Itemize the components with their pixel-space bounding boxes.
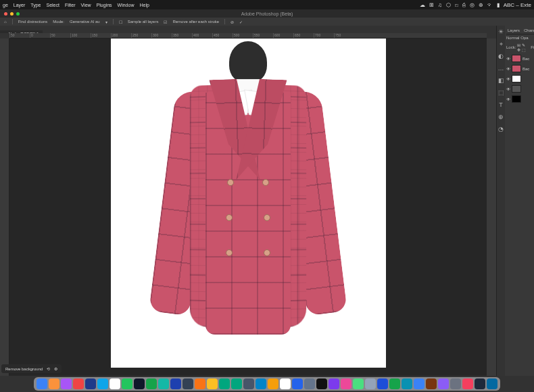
dock-app-icon[interactable] xyxy=(37,378,47,389)
tool-icon[interactable]: ⊕ xyxy=(497,114,505,122)
dock-app-icon[interactable] xyxy=(268,378,278,389)
remove-after-checkbox[interactable]: ☑ xyxy=(164,20,167,24)
visibility-icon[interactable]: 👁 xyxy=(506,57,510,61)
dock-app-icon[interactable] xyxy=(73,378,84,389)
cancel-icon[interactable]: ⊘ xyxy=(230,20,234,24)
dock-app-icon[interactable] xyxy=(402,378,412,389)
status-icon[interactable]: ◎ xyxy=(470,2,475,8)
dock-app-icon[interactable] xyxy=(353,378,364,389)
tool-icon[interactable]: ☀ xyxy=(497,28,505,36)
dock-app-icon[interactable] xyxy=(207,378,218,389)
status-icon[interactable]: ☁ xyxy=(420,2,425,8)
dock-app-icon[interactable] xyxy=(365,378,376,389)
layer-row[interactable]: 👁Bac xyxy=(506,53,534,64)
dock-app-icon[interactable] xyxy=(134,378,145,389)
status-icon[interactable]: ⎙ xyxy=(462,2,466,8)
visibility-icon[interactable]: 👁 xyxy=(506,67,510,71)
tool-icon[interactable]: ◐ xyxy=(497,53,505,61)
status-icon[interactable]: ⏍ xyxy=(455,2,458,8)
status-icon[interactable]: ▮ xyxy=(497,2,500,8)
tool-icon[interactable]: T xyxy=(497,101,505,109)
dock-app-icon[interactable] xyxy=(304,378,315,389)
home-icon[interactable]: ⌂ xyxy=(4,20,7,24)
gear-icon[interactable]: ⚙ xyxy=(54,366,57,371)
tool-icon[interactable]: ◧ xyxy=(497,77,505,85)
dock-app-icon[interactable] xyxy=(487,378,497,389)
blazer-button xyxy=(226,214,233,221)
dock-app-icon[interactable] xyxy=(243,378,254,389)
sample-all-checkbox[interactable]: ☐ xyxy=(119,20,122,24)
dock-app-icon[interactable] xyxy=(438,378,449,389)
scrollbar-vertical[interactable] xyxy=(487,39,496,376)
dock-app-icon[interactable] xyxy=(146,378,157,389)
dock-app-icon[interactable] xyxy=(389,378,400,389)
visibility-icon[interactable]: 👁 xyxy=(506,97,510,101)
close-window-icon[interactable] xyxy=(4,12,7,16)
dock-app-icon[interactable] xyxy=(183,378,193,389)
chevron-down-icon[interactable]: ▾ xyxy=(105,20,107,24)
dock-app-icon[interactable] xyxy=(256,378,266,389)
dock-app-icon[interactable] xyxy=(85,378,96,389)
menu-filter[interactable]: Filter xyxy=(65,3,76,7)
dock-app-icon[interactable] xyxy=(122,378,132,389)
menu-help[interactable]: Help xyxy=(139,3,149,7)
tool-icon[interactable]: … xyxy=(497,65,505,73)
dock-app-icon[interactable] xyxy=(61,378,72,389)
zoom-window-icon[interactable] xyxy=(16,12,20,16)
status-icon[interactable]: ⊕ xyxy=(479,2,483,8)
dock-app-icon[interactable] xyxy=(110,378,120,389)
layer-row[interactable]: 👁 xyxy=(506,74,534,84)
dock-app-icon[interactable] xyxy=(462,378,473,389)
layer-row[interactable]: 👁Bac xyxy=(506,64,534,74)
app-menu: geLayerTypeSelectFilterViewPluginsWindow… xyxy=(3,3,149,7)
dock-app-icon[interactable] xyxy=(426,378,437,389)
tool-icon[interactable]: ⬚ xyxy=(497,89,505,97)
tool-name[interactable]: Find distractions xyxy=(18,20,48,24)
dock-app-icon[interactable] xyxy=(292,378,303,389)
remove-background-bar[interactable]: Remove background ⟲ ⚙ xyxy=(1,364,62,373)
dock-app-icon[interactable] xyxy=(450,378,461,389)
status-icon[interactable]: ⬡ xyxy=(446,2,451,8)
tool-icon[interactable]: ◔ xyxy=(497,126,505,134)
dock-app-icon[interactable] xyxy=(377,378,388,389)
dock-app-icon[interactable] xyxy=(97,378,108,389)
reset-icon[interactable]: ⟲ xyxy=(47,366,50,371)
status-icon[interactable]: ⊞ xyxy=(429,2,434,8)
menu-plugins[interactable]: Plugins xyxy=(97,3,112,7)
document-canvas[interactable] xyxy=(111,39,386,368)
dock-app-icon[interactable] xyxy=(219,378,230,389)
dock-app-icon[interactable] xyxy=(231,378,242,389)
menu-select[interactable]: Select xyxy=(47,3,59,7)
status-icon[interactable]: ♫ xyxy=(438,2,442,8)
dock-app-icon[interactable] xyxy=(316,378,327,389)
traffic-lights[interactable] xyxy=(4,12,20,16)
menu-window[interactable]: Window xyxy=(118,3,135,7)
mode-dropdown[interactable]: Generative AI au xyxy=(70,20,100,24)
dock-app-icon[interactable] xyxy=(475,378,485,389)
blend-mode-dropdown[interactable]: Normal xyxy=(506,36,519,40)
dock-app-icon[interactable] xyxy=(195,378,205,389)
status-icon[interactable]: ᯤ xyxy=(487,2,493,8)
tab-layers[interactable]: Layers xyxy=(508,28,520,32)
minimize-window-icon[interactable] xyxy=(10,12,14,16)
dock-app-icon[interactable] xyxy=(158,378,169,389)
commit-icon[interactable]: ✓ xyxy=(239,20,243,24)
menu-view[interactable]: View xyxy=(81,3,91,7)
dock-app-icon[interactable] xyxy=(170,378,181,389)
menu-type[interactable]: Type xyxy=(30,3,41,7)
canvas-area[interactable] xyxy=(9,39,487,376)
tool-icon[interactable]: ⌖ xyxy=(497,41,505,49)
dock-app-icon[interactable] xyxy=(329,378,339,389)
layer-row[interactable]: 👁 xyxy=(506,84,534,94)
status-icon[interactable]: ABC – Exte xyxy=(504,2,531,8)
dock-app-icon[interactable] xyxy=(280,378,291,389)
layer-row[interactable]: 👁 xyxy=(506,94,534,104)
dock-app-icon[interactable] xyxy=(414,378,424,389)
menu-layer[interactable]: Layer xyxy=(14,3,26,7)
dock-app-icon[interactable] xyxy=(49,378,59,389)
dock-app-icon[interactable] xyxy=(341,378,351,389)
visibility-icon[interactable]: 👁 xyxy=(506,77,510,81)
menu-ge[interactable]: ge xyxy=(3,3,8,7)
visibility-icon[interactable]: 👁 xyxy=(506,87,510,91)
tab-channels[interactable]: Chann xyxy=(524,28,534,32)
